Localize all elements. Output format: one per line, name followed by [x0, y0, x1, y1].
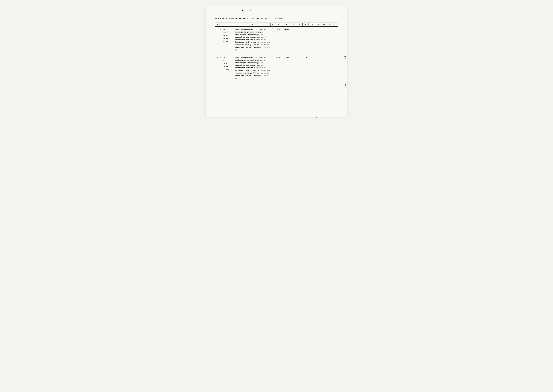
row-57-num: 57 [215, 55, 220, 80]
col-header-2: 2 [220, 23, 234, 27]
col-header-11: II [315, 23, 321, 27]
col-header-13: I3 [327, 23, 333, 27]
row-56-col11 [315, 27, 321, 52]
col-header-9: 9 [302, 23, 308, 27]
table-header-row: I 2 3 4 5 6 7 8 9 IO II I2 I3 I4 [215, 23, 338, 27]
col-header-5: 5 [275, 23, 281, 27]
row-56-col8 [296, 27, 302, 52]
dot-scatter-9: · [329, 102, 329, 104]
row-56-col10 [308, 27, 315, 52]
dot-scatter-5: · [307, 104, 308, 106]
dot-scatter-6: · [316, 117, 317, 119]
corner-mark: ＼ [209, 82, 211, 85]
header-album: Альбом 4 [274, 17, 284, 20]
row-57-col12 [321, 55, 327, 80]
row-56-col13 [327, 27, 333, 52]
spacer-row [215, 52, 338, 55]
row-57-col14 [333, 55, 338, 80]
col-header-12: I2 [321, 23, 327, 27]
document-page: • ▾ ε · Типовые проектные решения 901-2-… [205, 6, 348, 117]
row-57-col9: 25I [302, 55, 308, 80]
row-57-col5: 0,73 [275, 55, 281, 80]
col-header-4: 4 [271, 23, 275, 27]
row-57-code: CI59- -3377 к₁=0,9 к₂=0,95 к₃=I,025 [220, 55, 234, 80]
document-header: Типовые проектные решения 901-2-0/70.9/ … [215, 17, 338, 20]
row-57-col4: т [271, 55, 275, 80]
row-57-col13 [327, 55, 333, 80]
row-56-col12 [321, 27, 327, 52]
dot-scatter-7: · [275, 99, 276, 101]
row-56-col5: 0,2 [275, 27, 281, 52]
row-57-col10 [308, 55, 315, 80]
col-header-10: IO [308, 23, 315, 27]
row-56-description: Узлы трубопроводов с установкой необходи… [234, 27, 271, 52]
row-56-col7 [291, 27, 296, 52]
row-56-code: CI59- -3333 к₁=0,9 к₂=0,95 к₃=I,05 [220, 27, 234, 52]
side-label-doc-num: 24879-04 [344, 78, 346, 89]
header-code: 901-2-0/70.9/ [250, 17, 267, 20]
side-label-page-num: ир [344, 56, 346, 58]
dot-scatter-2: · [303, 60, 304, 62]
decoration-dot-4: · [330, 9, 332, 12]
dot-scatter-1: · [287, 63, 288, 65]
col-header-1: I [215, 23, 220, 27]
table-row: 57 CI59- -3377 к₁=0,9 к₂=0,95 к₃=I,025 У… [215, 55, 338, 80]
header-text-1: Типовые проектные решения [215, 17, 248, 20]
row-57-col11 [315, 55, 321, 80]
spacer-cell [215, 52, 338, 55]
main-table: I 2 3 4 5 6 7 8 9 IO II I2 I3 I4 56 CI59… [215, 22, 338, 80]
dot-scatter-8: · [313, 96, 314, 98]
row-57-col8 [296, 55, 302, 80]
decoration-dot-1: • [242, 9, 243, 12]
row-57-col7 [291, 55, 296, 80]
row-56-col14 [333, 27, 338, 52]
table-row: 56 CI59- -3333 к₁=0,9 к₂=0,95 к₃=I,05 Уз… [215, 27, 338, 52]
col-header-7: 7 [291, 23, 296, 27]
row-56-col9: 96 [302, 27, 308, 52]
row-56-num: 56 [215, 27, 220, 52]
col-header-3: 3 [234, 23, 271, 27]
col-header-6: 6 [281, 23, 291, 27]
row-56-col4: Т [271, 27, 275, 52]
decoration-dot-2: ▾ [250, 9, 251, 12]
row-56-col6: 482,00 [281, 27, 291, 52]
row-57-description: Узлы трубопроводов с установкой необходи… [234, 55, 271, 80]
dot-scatter-3: · [322, 82, 323, 84]
col-header-8: 8 [296, 23, 302, 27]
decoration-dot-3: ε [318, 9, 319, 12]
row-57-col6: 344,00 [281, 55, 291, 80]
dot-scatter-4: · [289, 101, 290, 103]
col-header-14: I4 [333, 23, 338, 27]
